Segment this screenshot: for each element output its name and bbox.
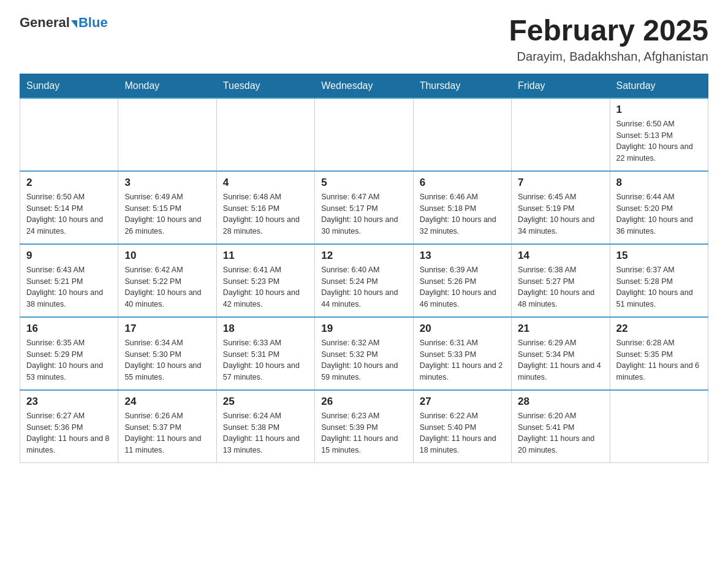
- day-info: Sunrise: 6:38 AM Sunset: 5:27 PM Dayligh…: [518, 264, 603, 310]
- weekday-header-wednesday: Wednesday: [315, 74, 413, 98]
- day-info: Sunrise: 6:22 AM Sunset: 5:40 PM Dayligh…: [420, 410, 505, 456]
- calendar-cell: [315, 98, 413, 171]
- calendar-cell: 10Sunrise: 6:42 AM Sunset: 5:22 PM Dayli…: [118, 244, 216, 317]
- calendar-cell: 19Sunrise: 6:32 AM Sunset: 5:32 PM Dayli…: [315, 317, 413, 390]
- day-number: 27: [420, 396, 505, 408]
- day-info: Sunrise: 6:50 AM Sunset: 5:14 PM Dayligh…: [26, 191, 112, 237]
- calendar-cell: 6Sunrise: 6:46 AM Sunset: 5:18 PM Daylig…: [413, 171, 511, 244]
- weekday-header-sunday: Sunday: [20, 74, 118, 98]
- day-number: 11: [223, 250, 308, 262]
- calendar-cell: 5Sunrise: 6:47 AM Sunset: 5:17 PM Daylig…: [315, 171, 413, 244]
- calendar-cell: 17Sunrise: 6:34 AM Sunset: 5:30 PM Dayli…: [118, 317, 216, 390]
- day-info: Sunrise: 6:32 AM Sunset: 5:32 PM Dayligh…: [321, 337, 406, 383]
- day-number: 17: [124, 323, 210, 335]
- calendar-cell: 9Sunrise: 6:43 AM Sunset: 5:21 PM Daylig…: [20, 244, 118, 317]
- day-number: 9: [26, 250, 112, 262]
- calendar-cell: 4Sunrise: 6:48 AM Sunset: 5:16 PM Daylig…: [216, 171, 314, 244]
- day-info: Sunrise: 6:26 AM Sunset: 5:37 PM Dayligh…: [124, 410, 210, 456]
- calendar-cell: 2Sunrise: 6:50 AM Sunset: 5:14 PM Daylig…: [20, 171, 118, 244]
- calendar-cell: 25Sunrise: 6:24 AM Sunset: 5:38 PM Dayli…: [216, 390, 314, 463]
- calendar-week-row-0: 1Sunrise: 6:50 AM Sunset: 5:13 PM Daylig…: [20, 98, 708, 171]
- day-info: Sunrise: 6:42 AM Sunset: 5:22 PM Dayligh…: [124, 264, 210, 310]
- calendar-subtitle: Darayim, Badakhshan, Afghanistan: [509, 50, 708, 64]
- calendar-cell: 3Sunrise: 6:49 AM Sunset: 5:15 PM Daylig…: [118, 171, 216, 244]
- calendar-cell: 18Sunrise: 6:33 AM Sunset: 5:31 PM Dayli…: [216, 317, 314, 390]
- day-number: 6: [420, 177, 505, 189]
- calendar-cell: [216, 98, 314, 171]
- day-info: Sunrise: 6:49 AM Sunset: 5:15 PM Dayligh…: [124, 191, 210, 237]
- day-info: Sunrise: 6:41 AM Sunset: 5:23 PM Dayligh…: [223, 264, 308, 310]
- day-number: 26: [321, 396, 406, 408]
- calendar-cell: 11Sunrise: 6:41 AM Sunset: 5:23 PM Dayli…: [216, 244, 314, 317]
- day-number: 13: [420, 250, 505, 262]
- day-number: 28: [518, 396, 603, 408]
- day-number: 4: [223, 177, 308, 189]
- day-info: Sunrise: 6:27 AM Sunset: 5:36 PM Dayligh…: [26, 410, 112, 456]
- day-info: Sunrise: 6:40 AM Sunset: 5:24 PM Dayligh…: [321, 264, 406, 310]
- calendar-title: February 2025: [509, 15, 708, 47]
- day-info: Sunrise: 6:50 AM Sunset: 5:13 PM Dayligh…: [616, 118, 702, 164]
- calendar-cell: 21Sunrise: 6:29 AM Sunset: 5:34 PM Dayli…: [512, 317, 610, 390]
- calendar-cell: [512, 98, 610, 171]
- day-info: Sunrise: 6:28 AM Sunset: 5:35 PM Dayligh…: [616, 337, 702, 383]
- calendar-week-row-4: 23Sunrise: 6:27 AM Sunset: 5:36 PM Dayli…: [20, 390, 708, 463]
- calendar-cell: [20, 98, 118, 171]
- day-info: Sunrise: 6:20 AM Sunset: 5:41 PM Dayligh…: [518, 410, 603, 456]
- calendar-cell: 14Sunrise: 6:38 AM Sunset: 5:27 PM Dayli…: [512, 244, 610, 317]
- day-info: Sunrise: 6:48 AM Sunset: 5:16 PM Dayligh…: [223, 191, 308, 237]
- day-number: 23: [26, 396, 112, 408]
- logo: General Blue: [20, 15, 108, 31]
- day-number: 22: [616, 323, 702, 335]
- calendar-cell: 8Sunrise: 6:44 AM Sunset: 5:20 PM Daylig…: [610, 171, 708, 244]
- day-number: 1: [616, 104, 702, 116]
- day-number: 12: [321, 250, 406, 262]
- day-number: 3: [124, 177, 210, 189]
- calendar-cell: [413, 98, 511, 171]
- calendar-cell: 20Sunrise: 6:31 AM Sunset: 5:33 PM Dayli…: [413, 317, 511, 390]
- calendar-cell: 16Sunrise: 6:35 AM Sunset: 5:29 PM Dayli…: [20, 317, 118, 390]
- day-info: Sunrise: 6:35 AM Sunset: 5:29 PM Dayligh…: [26, 337, 112, 383]
- day-number: 19: [321, 323, 406, 335]
- calendar-cell: 23Sunrise: 6:27 AM Sunset: 5:36 PM Dayli…: [20, 390, 118, 463]
- calendar-cell: 1Sunrise: 6:50 AM Sunset: 5:13 PM Daylig…: [610, 98, 708, 171]
- weekday-header-tuesday: Tuesday: [216, 74, 314, 98]
- day-number: 2: [26, 177, 112, 189]
- logo-triangle-icon: [71, 20, 77, 28]
- day-info: Sunrise: 6:29 AM Sunset: 5:34 PM Dayligh…: [518, 337, 603, 383]
- calendar-cell: 13Sunrise: 6:39 AM Sunset: 5:26 PM Dayli…: [413, 244, 511, 317]
- logo-blue-text: Blue: [78, 15, 108, 31]
- calendar-cell: 15Sunrise: 6:37 AM Sunset: 5:28 PM Dayli…: [610, 244, 708, 317]
- day-info: Sunrise: 6:43 AM Sunset: 5:21 PM Dayligh…: [26, 264, 112, 310]
- day-number: 16: [26, 323, 112, 335]
- day-info: Sunrise: 6:44 AM Sunset: 5:20 PM Dayligh…: [616, 191, 702, 237]
- calendar-week-row-1: 2Sunrise: 6:50 AM Sunset: 5:14 PM Daylig…: [20, 171, 708, 244]
- calendar-cell: [118, 98, 216, 171]
- day-number: 25: [223, 396, 308, 408]
- logo-general-text: General: [20, 15, 70, 31]
- day-info: Sunrise: 6:34 AM Sunset: 5:30 PM Dayligh…: [124, 337, 210, 383]
- title-area: February 2025 Darayim, Badakhshan, Afgha…: [509, 15, 708, 64]
- day-info: Sunrise: 6:37 AM Sunset: 5:28 PM Dayligh…: [616, 264, 702, 310]
- day-info: Sunrise: 6:31 AM Sunset: 5:33 PM Dayligh…: [420, 337, 505, 383]
- calendar-cell: 28Sunrise: 6:20 AM Sunset: 5:41 PM Dayli…: [512, 390, 610, 463]
- day-info: Sunrise: 6:47 AM Sunset: 5:17 PM Dayligh…: [321, 191, 406, 237]
- day-info: Sunrise: 6:39 AM Sunset: 5:26 PM Dayligh…: [420, 264, 505, 310]
- day-info: Sunrise: 6:24 AM Sunset: 5:38 PM Dayligh…: [223, 410, 308, 456]
- calendar-cell: [610, 390, 708, 463]
- calendar-cell: 12Sunrise: 6:40 AM Sunset: 5:24 PM Dayli…: [315, 244, 413, 317]
- day-number: 24: [124, 396, 210, 408]
- calendar-table: SundayMondayTuesdayWednesdayThursdayFrid…: [20, 74, 708, 463]
- calendar-cell: 7Sunrise: 6:45 AM Sunset: 5:19 PM Daylig…: [512, 171, 610, 244]
- day-info: Sunrise: 6:46 AM Sunset: 5:18 PM Dayligh…: [420, 191, 505, 237]
- day-info: Sunrise: 6:23 AM Sunset: 5:39 PM Dayligh…: [321, 410, 406, 456]
- calendar-cell: 24Sunrise: 6:26 AM Sunset: 5:37 PM Dayli…: [118, 390, 216, 463]
- day-number: 18: [223, 323, 308, 335]
- day-info: Sunrise: 6:45 AM Sunset: 5:19 PM Dayligh…: [518, 191, 603, 237]
- weekday-header-monday: Monday: [118, 74, 216, 98]
- day-info: Sunrise: 6:33 AM Sunset: 5:31 PM Dayligh…: [223, 337, 308, 383]
- calendar-week-row-2: 9Sunrise: 6:43 AM Sunset: 5:21 PM Daylig…: [20, 244, 708, 317]
- calendar-cell: 27Sunrise: 6:22 AM Sunset: 5:40 PM Dayli…: [413, 390, 511, 463]
- page-header: General Blue February 2025 Darayim, Bada…: [20, 15, 708, 64]
- day-number: 20: [420, 323, 505, 335]
- calendar-cell: 22Sunrise: 6:28 AM Sunset: 5:35 PM Dayli…: [610, 317, 708, 390]
